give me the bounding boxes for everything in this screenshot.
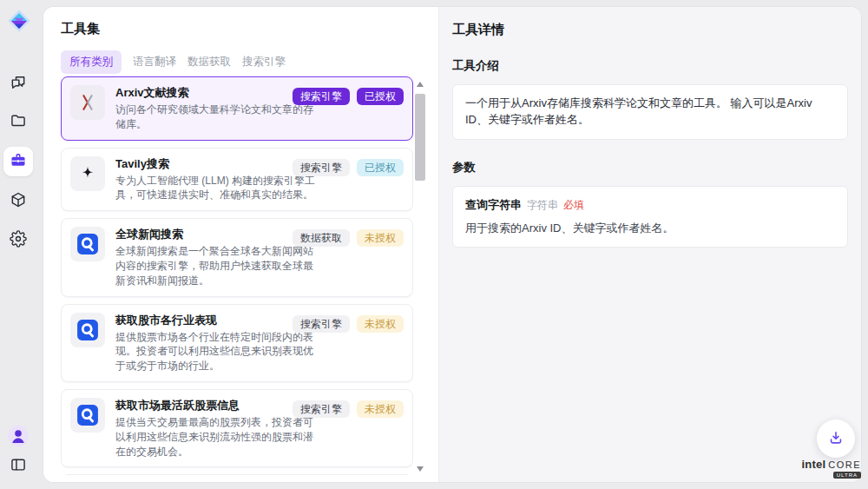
param-card: 查询字符串 字符串 必填 用于搜索的Arxiv ID、关键字或作者姓名。 bbox=[452, 186, 848, 248]
tool-desc: 提供当天交易量最高的股票列表，投资者可以利用这些信息来识别流动性强的股票和潜在的… bbox=[115, 415, 317, 459]
status-badge: 已授权 bbox=[357, 88, 404, 105]
param-type: 字符串 bbox=[527, 198, 558, 213]
folder-icon bbox=[10, 112, 27, 133]
tool-card[interactable]: Tavily搜索 专为人工智能代理 (LLM) 构建的搜索引擎工具，可快速提供实… bbox=[61, 148, 413, 212]
toolbox-icon bbox=[10, 151, 27, 172]
status-badge: 已授权 bbox=[357, 159, 404, 176]
tools-panel: 工具集 所有类别语言翻译数据获取搜索引擎 Arxiv文献搜索 访问各个研究领域大… bbox=[43, 7, 438, 482]
tool-name: 获取市场最活跃股票信息 bbox=[115, 398, 317, 413]
intel-brand-text: intel bbox=[801, 458, 825, 471]
sidebar-item-settings[interactable] bbox=[3, 226, 33, 255]
param-desc: 用于搜索的Arxiv ID、关键字或作者姓名。 bbox=[465, 221, 835, 237]
sidebar-item-chat[interactable] bbox=[3, 69, 33, 99]
tool-name: Arxiv文献搜索 bbox=[115, 85, 317, 101]
tool-card[interactable]: 全球新闻搜索 全球新闻搜索是一个聚合全球各大新闻网站内容的搜索引擎，帮助用户快速… bbox=[61, 218, 413, 296]
tool-name: 获取股市各行业表现 bbox=[115, 313, 317, 328]
tools-panel-title: 工具集 bbox=[61, 21, 100, 37]
left-rail bbox=[0, 0, 43, 489]
tab-language-translation[interactable]: 语言翻译 bbox=[133, 50, 176, 74]
cube-icon bbox=[10, 191, 27, 212]
tool-card[interactable]: 万维地区新闻查询 查询具体行政区划内的新闻，快速了解各地新闻动态。 搜索引擎 未… bbox=[61, 474, 413, 475]
chat-icon bbox=[10, 74, 27, 95]
intel-core-logo: intel CORE ULTRA bbox=[804, 458, 861, 479]
app-diamond-logo bbox=[6, 8, 32, 34]
content-panel: 工具集 所有类别语言翻译数据获取搜索引擎 Arxiv文献搜索 访问各个研究领域大… bbox=[43, 7, 861, 482]
user-avatar-icon bbox=[7, 425, 30, 451]
collapse-panel-icon bbox=[10, 456, 27, 477]
tool-desc: 访问各个研究领域大量科学论文和文章的存储库。 bbox=[115, 102, 317, 132]
param-name: 查询字符串 bbox=[465, 197, 522, 214]
tab-all-categories[interactable]: 所有类别 bbox=[61, 50, 122, 74]
scrollbar-thumb[interactable] bbox=[415, 94, 425, 181]
intel-ultra-badge: ULTRA bbox=[833, 472, 861, 479]
status-badge: 未授权 bbox=[357, 315, 404, 333]
tool-card[interactable]: Arxiv文献搜索 访问各个研究领域大量科学论文和文章的存储库。 搜索引擎 已授… bbox=[61, 76, 413, 141]
sidebar-item-cube[interactable] bbox=[3, 187, 33, 216]
tool-list-scrollbar[interactable] bbox=[415, 80, 425, 473]
tab-search-engine[interactable]: 搜索引擎 bbox=[242, 50, 286, 74]
status-badge: 未授权 bbox=[357, 229, 404, 247]
category-badge: 搜索引擎 bbox=[293, 400, 350, 418]
category-badge: 搜索引擎 bbox=[293, 88, 350, 105]
tool-card[interactable]: 获取股市各行业表现 提供股票市场各个行业在特定时间段内的表现。投资者可以利用这些… bbox=[61, 304, 413, 382]
category-badge: 数据获取 bbox=[293, 229, 350, 247]
sidebar-item-user[interactable] bbox=[3, 423, 33, 453]
tab-data-fetching[interactable]: 数据获取 bbox=[187, 50, 231, 74]
tool-card[interactable]: 获取市场最活跃股票信息 提供当天交易量最高的股票列表，投资者可以利用这些信息来识… bbox=[61, 389, 413, 467]
download-icon bbox=[827, 429, 845, 449]
intel-core-text: CORE bbox=[828, 459, 861, 470]
settings-icon bbox=[10, 230, 27, 251]
category-tabs: 所有类别语言翻译数据获取搜索引擎 bbox=[61, 50, 286, 74]
param-required-badge: 必填 bbox=[563, 198, 584, 213]
intro-card: 一个用于从Arxiv存储库搜索科学论文和文章的工具。 输入可以是Arxiv ID… bbox=[452, 84, 848, 140]
details-panel: 工具详情 工具介绍 一个用于从Arxiv存储库搜索科学论文和文章的工具。 输入可… bbox=[438, 7, 861, 482]
tool-list: Arxiv文献搜索 访问各个研究领域大量科学论文和文章的存储库。 搜索引擎 已授… bbox=[61, 76, 413, 475]
download-button[interactable] bbox=[817, 420, 855, 458]
news-search-icon bbox=[70, 398, 105, 433]
tool-name: 全球新闻搜索 bbox=[115, 227, 317, 242]
scroll-up-arrow-icon[interactable] bbox=[417, 82, 424, 87]
arxiv-x-icon bbox=[70, 85, 105, 120]
details-title: 工具详情 bbox=[452, 22, 848, 38]
sparkle-icon bbox=[70, 156, 105, 191]
sidebar-item-toolbox[interactable] bbox=[3, 147, 33, 176]
sidebar-item-collapse[interactable] bbox=[3, 452, 33, 481]
intro-text: 一个用于从Arxiv存储库搜索科学论文和文章的工具。 输入可以是Arxiv ID… bbox=[465, 96, 812, 126]
tool-name: Tavily搜索 bbox=[115, 156, 317, 172]
news-search-icon bbox=[70, 313, 105, 347]
category-badge: 搜索引擎 bbox=[293, 315, 350, 333]
category-badge: 搜索引擎 bbox=[293, 159, 350, 176]
params-heading: 参数 bbox=[452, 160, 848, 175]
scroll-down-arrow-icon[interactable] bbox=[417, 466, 424, 472]
sidebar-item-folder[interactable] bbox=[3, 108, 33, 137]
tool-desc: 专为人工智能代理 (LLM) 构建的搜索引擎工具，可快速提供实时、准确和真实的结… bbox=[115, 174, 317, 203]
intro-heading: 工具介绍 bbox=[452, 58, 848, 74]
tool-desc: 提供股票市场各个行业在特定时间段内的表现。投资者可以利用这些信息来识别表现优于或… bbox=[115, 330, 317, 373]
tool-desc: 全球新闻搜索是一个聚合全球各大新闻网站内容的搜索引擎，帮助用户快速获取全球最新资… bbox=[115, 244, 317, 287]
news-search-icon bbox=[70, 227, 105, 261]
status-badge: 未授权 bbox=[357, 400, 404, 418]
